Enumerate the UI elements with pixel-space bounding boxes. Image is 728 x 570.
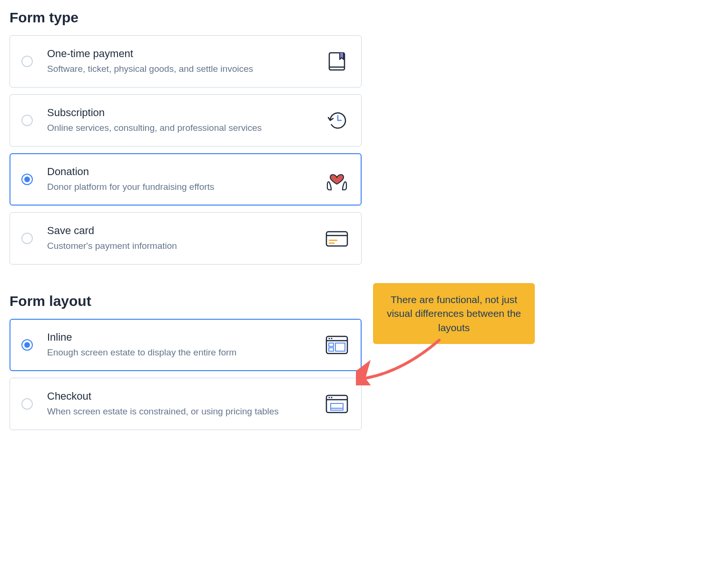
- form-layout-heading: Form layout: [10, 293, 362, 309]
- book-icon: [324, 49, 350, 74]
- option-title: Checkout: [47, 390, 324, 403]
- svg-rect-14: [335, 343, 345, 351]
- option-title: Inline: [47, 331, 324, 344]
- radio-donation[interactable]: [21, 174, 33, 185]
- svg-rect-4: [326, 232, 347, 246]
- option-description: Donor platform for your fundraising effo…: [47, 181, 324, 194]
- radio-save-card[interactable]: [21, 233, 33, 244]
- option-description: Customer's payment information: [47, 240, 324, 253]
- radio-one-time-payment[interactable]: [21, 56, 33, 67]
- radio-checkout[interactable]: [21, 398, 33, 410]
- option-title: Save card: [47, 225, 324, 237]
- svg-rect-12: [329, 343, 334, 346]
- option-checkout[interactable]: Checkout When screen estate is constrain…: [10, 378, 362, 430]
- option-save-card[interactable]: Save card Customer's payment information: [10, 212, 362, 265]
- option-description: Enough screen estate to display the enti…: [47, 346, 324, 359]
- svg-point-18: [331, 397, 333, 398]
- option-title: One-time payment: [47, 48, 324, 60]
- option-description: Online services, consulting, and profess…: [47, 122, 324, 135]
- svg-point-17: [329, 397, 330, 398]
- option-title: Subscription: [47, 107, 324, 119]
- radio-inline[interactable]: [21, 339, 33, 351]
- option-one-time-payment[interactable]: One-time payment Software, ticket, physi…: [10, 35, 362, 88]
- annotation-callout: There are functional, not just visual di…: [373, 283, 535, 344]
- option-description: When screen estate is constrained, or us…: [47, 405, 324, 418]
- clock-history-icon: [324, 108, 350, 133]
- layout-checkout-icon: [324, 391, 350, 417]
- radio-subscription[interactable]: [21, 115, 33, 126]
- svg-rect-19: [331, 403, 343, 410]
- form-type-heading: Form type: [10, 10, 362, 26]
- option-description: Software, ticket, physical goods, and se…: [47, 63, 324, 76]
- heart-hands-icon: [324, 167, 350, 192]
- credit-card-icon: [324, 226, 350, 251]
- svg-rect-13: [329, 348, 334, 351]
- svg-point-11: [331, 338, 333, 339]
- option-donation[interactable]: Donation Donor platform for your fundrai…: [10, 153, 362, 206]
- option-inline[interactable]: Inline Enough screen estate to display t…: [10, 319, 362, 371]
- option-title: Donation: [47, 166, 324, 178]
- layout-inline-icon: [324, 332, 350, 358]
- svg-point-10: [329, 338, 330, 339]
- option-subscription[interactable]: Subscription Online services, consulting…: [10, 94, 362, 147]
